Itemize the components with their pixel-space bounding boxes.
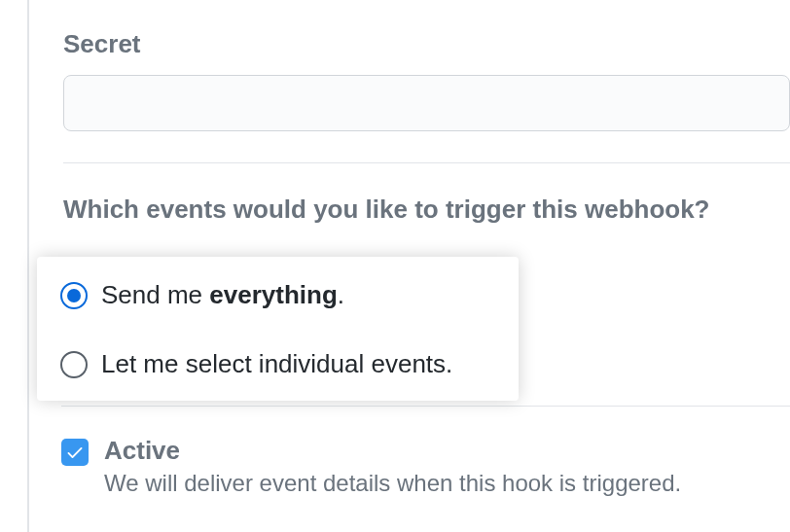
events-question: Which events would you like to trigger t… xyxy=(63,195,790,225)
radio-indicator-unselected xyxy=(60,351,88,378)
radio-option-everything[interactable]: Send me everything. xyxy=(60,280,495,310)
secret-label: Secret xyxy=(63,29,790,59)
secret-input[interactable] xyxy=(63,75,790,131)
bottom-divider xyxy=(61,406,790,407)
active-checkbox[interactable] xyxy=(61,439,89,466)
check-icon xyxy=(65,443,85,462)
active-description: We will deliver event details when this … xyxy=(104,470,681,497)
active-label: Active xyxy=(104,436,681,466)
active-content: Active We will deliver event details whe… xyxy=(104,436,681,497)
active-checkbox-row[interactable]: Active We will deliver event details whe… xyxy=(61,436,790,497)
radio-indicator-selected xyxy=(60,282,88,309)
radio-label-everything: Send me everything. xyxy=(101,280,344,310)
radio-dot xyxy=(67,289,81,302)
radio-option-individual[interactable]: Let me select individual events. xyxy=(60,349,495,379)
section-divider xyxy=(63,162,790,163)
radio-label-individual: Let me select individual events. xyxy=(101,349,452,379)
event-options-panel: Send me everything. Let me select indivi… xyxy=(37,257,519,401)
